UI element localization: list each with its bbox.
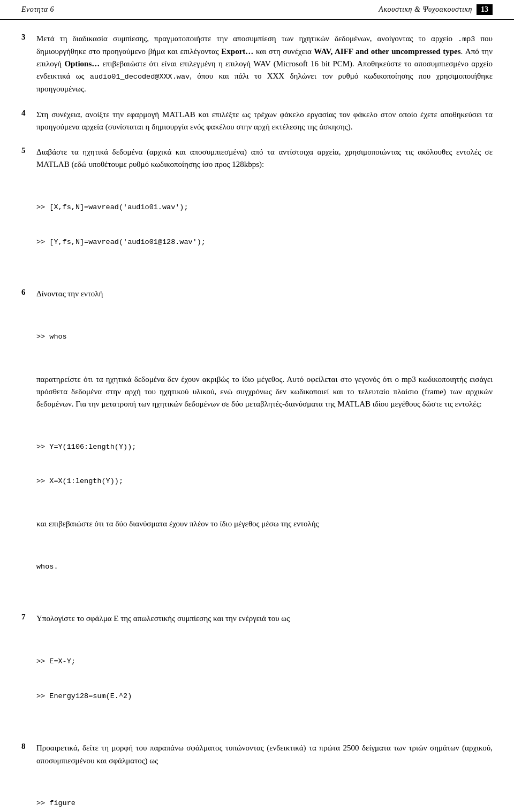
section-3-body: Μετά τη διαδικασία συμπίεσης, πραγματοπο… xyxy=(36,33,493,99)
section-4-num: 4 xyxy=(21,109,36,118)
section-3-text: Μετά τη διαδικασία συμπίεσης, πραγματοπο… xyxy=(36,33,493,96)
page: Ενοτητα 6 Ακουστικη & Ψυχοακουστικη 13 3… xyxy=(0,0,514,812)
section-6-intro: Δίνοντας την εντολή xyxy=(36,288,493,300)
section-7: 7 Υπολογίστε το σφάλμα E της απωλεστικής… xyxy=(21,612,493,732)
section-8-num: 8 xyxy=(21,742,36,751)
section-5-text: Διαβάστε τα ηχητικά δεδομένα (αρχικά και… xyxy=(36,146,493,171)
code-whos-final: whos. xyxy=(36,561,493,573)
code-y-trim: >> Y=Y(1106:length(Y)); xyxy=(36,441,493,453)
section-8-body: Προαιρετικά, δείτε τη μορφή του παραπάνω… xyxy=(36,742,493,812)
code-line-1: >> [X,fs,N]=wavread('audio01.wav'); xyxy=(36,202,493,213)
code-whos: >> whos xyxy=(36,331,493,343)
section-6-final: και επιβεβαιώστε ότι τα δύο διανύσματα έ… xyxy=(36,518,493,530)
section-6-body: Δίνοντας την εντολή >> whos παρατηρείστε… xyxy=(36,288,493,603)
section-5-code: >> [X,fs,N]=wavread('audio01.wav'); >> [… xyxy=(36,175,493,274)
section-6-code-whos: >> whos xyxy=(36,305,493,369)
section-5-body: Διαβάστε τα ηχητικά δεδομένα (αρχικά και… xyxy=(36,146,493,278)
section-8-text: Προαιρετικά, δείτε τη μορφή του παραπάνω… xyxy=(36,742,493,767)
page-header: Ενοτητα 6 Ακουστικη & Ψυχοακουστικη 13 xyxy=(0,0,514,20)
section-4-text: Στη συνέχεια, ανοίξτε την εφαρμογή MATLA… xyxy=(36,109,493,134)
section-3-num: 3 xyxy=(21,33,36,42)
code-figure: >> figure xyxy=(36,798,493,809)
section-6-num: 6 xyxy=(21,288,36,297)
section-6-text: παρατηρείστε ότι τα ηχητικά δεδομένα δεν… xyxy=(36,373,493,411)
section-8-code: >> figure >> plot(X(1:2500)); >> hold on xyxy=(36,771,493,812)
section-6-code-whos2: whos. xyxy=(36,534,493,599)
code-energy: >> Energy128=sum(E.^2) xyxy=(36,691,493,702)
header-left: Ενοτητα 6 xyxy=(21,5,54,14)
section-7-code: >> E=X-Y; >> Energy128=sum(E.^2) xyxy=(36,630,493,729)
section-5-num: 5 xyxy=(21,146,36,155)
section-4: 4 Στη συνέχεια, ανοίξτε την εφαρμογή MAT… xyxy=(21,109,493,137)
section-7-body: Υπολογίστε το σφάλμα E της απωλεστικής σ… xyxy=(36,612,493,732)
section-3: 3 Μετά τη διαδικασία συμπίεσης, πραγματο… xyxy=(21,33,493,99)
main-content: 3 Μετά τη διαδικασία συμπίεσης, πραγματο… xyxy=(0,33,514,812)
code-error: >> E=X-Y; xyxy=(36,656,493,668)
section-8: 8 Προαιρετικά, δείτε τη μορφή του παραπά… xyxy=(21,742,493,812)
section-4-body: Στη συνέχεια, ανοίξτε την εφαρμογή MATLA… xyxy=(36,109,493,137)
code-line-2: >> [Y,fs,N]=wavread('audio01@128.wav'); xyxy=(36,236,493,248)
page-number: 13 xyxy=(477,4,493,15)
section-7-num: 7 xyxy=(21,612,36,622)
header-right: Ακουστικη & Ψυχοακουστικη xyxy=(379,5,472,14)
header-right-group: Ακουστικη & Ψυχοακουστικη 13 xyxy=(379,4,493,15)
section-7-text: Υπολογίστε το σφάλμα E της απωλεστικής σ… xyxy=(36,612,493,625)
section-6-code-2: >> Y=Y(1106:length(Y)); >> X=X(1:length(… xyxy=(36,415,493,514)
section-6: 6 Δίνοντας την εντολή >> whos παρατηρείσ… xyxy=(21,288,493,603)
code-x-trim: >> X=X(1:length(Y)); xyxy=(36,476,493,487)
section-5: 5 Διαβάστε τα ηχητικά δεδομένα (αρχικά κ… xyxy=(21,146,493,278)
